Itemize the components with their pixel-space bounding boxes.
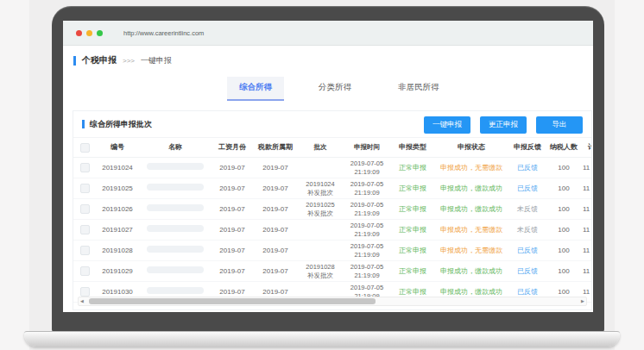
cell-status: 申报成功，缴款成功: [434, 205, 508, 214]
breadcrumb-section: 个税申报: [82, 54, 117, 66]
header-select-all: [73, 143, 96, 153]
cell-status: 申报成功，缴款成功: [434, 184, 508, 193]
row-checkbox[interactable]: [80, 287, 90, 297]
cell-name: [139, 204, 212, 214]
table-row[interactable]: 201910292019-072019-0720191028补发批次2019-0…: [73, 261, 591, 282]
cell-feedback: 已反馈: [508, 288, 546, 297]
row-select-cell: [73, 246, 96, 255]
cell-taxpayers: 100: [546, 184, 581, 193]
row-select-cell: [73, 204, 96, 214]
cell-tax-period: 2019-07: [253, 164, 298, 172]
tab-2[interactable]: 分类所得: [306, 77, 363, 101]
cell-time: 2019-07-0521:19:09: [343, 180, 391, 197]
batch-panel: 综合所得申报批次 一键申报更正申报导出 编号名称工资月份税款所属期批次申报时间申…: [73, 110, 592, 310]
cell-id: 20191025: [96, 184, 139, 193]
column-header-1: 编号: [96, 143, 139, 152]
scroll-left-arrow[interactable]: ◀: [79, 297, 85, 305]
action-button-3[interactable]: 导出: [536, 116, 583, 134]
row-checkbox[interactable]: [80, 246, 90, 255]
cell-type: 正常申报: [391, 164, 434, 172]
row-checkbox[interactable]: [80, 266, 90, 276]
column-header-10: 纳税人数: [546, 143, 581, 152]
background-stripe-right: [615, 0, 644, 350]
column-header-2: 名称: [139, 143, 212, 152]
laptop-screen: http://www.careerintlinc.com 个税申报 >>> 一键…: [63, 21, 593, 312]
table-row[interactable]: 201910272019-072019-072019-07-0521:19:09…: [73, 220, 591, 241]
close-window-icon[interactable]: [76, 30, 82, 36]
cell-salary-month: 2019-07: [212, 184, 253, 193]
table-row[interactable]: 201910242019-072019-072019-07-0521:19:09…: [73, 158, 591, 178]
row-checkbox[interactable]: [80, 204, 90, 214]
select-all-checkbox[interactable]: [80, 143, 90, 153]
cell-feedback: 已反馈: [508, 247, 546, 255]
table-row[interactable]: 201910252019-072019-0720191024补发批次2019-0…: [73, 178, 591, 199]
cell-salary-month: 2019-07: [212, 205, 253, 214]
cell-tax-period: 2019-07: [253, 247, 298, 255]
cell-tax-period: 2019-07: [253, 267, 298, 276]
address-bar[interactable]: http://www.careerintlinc.com: [123, 29, 204, 37]
cell-clipped: 11: [581, 288, 591, 297]
table: 编号名称工资月份税款所属期批次申报时间申报类型申报状态申报反馈纳税人数计 201…: [73, 138, 591, 303]
table-row[interactable]: 201910262019-072019-0720191025补发批次2019-0…: [73, 199, 591, 220]
cell-taxpayers: 100: [546, 247, 581, 255]
column-header-clipped: 计: [581, 143, 591, 152]
action-button-1[interactable]: 一键申报: [424, 116, 470, 134]
cell-type: 正常申报: [391, 184, 434, 193]
horizontal-scrollbar: ◀ ▶: [78, 297, 587, 306]
cell-time: 2019-07-0521:19:09: [343, 159, 391, 176]
cell-status: 申报成功，无需缴款: [434, 164, 508, 172]
cell-feedback: 未反馈: [508, 205, 546, 214]
cell-taxpayers: 100: [546, 205, 581, 214]
row-select-cell: [73, 184, 96, 193]
cell-batch: 20191025补发批次: [298, 201, 343, 217]
panel-title-marker: [82, 120, 85, 128]
panel-title: 综合所得申报批次: [90, 119, 152, 130]
cell-feedback: 已反馈: [508, 164, 546, 172]
cell-taxpayers: 100: [546, 226, 581, 234]
cell-clipped: 11: [581, 164, 591, 172]
tab-3[interactable]: 非居民所得: [386, 77, 451, 101]
column-header-6: 申报时间: [343, 143, 391, 151]
cell-status: 申报成功，缴款成功: [434, 267, 508, 276]
cell-tax-period: 2019-07: [253, 226, 298, 234]
tab-1[interactable]: 综合所得: [227, 77, 284, 101]
column-header-9: 申报反馈: [508, 143, 546, 152]
minimize-window-icon[interactable]: [86, 30, 92, 36]
scrollbar-thumb[interactable]: [89, 298, 376, 304]
table-header-row: 编号名称工资月份税款所属期批次申报时间申报类型申报状态申报反馈纳税人数计: [73, 138, 591, 158]
cell-type: 正常申报: [391, 288, 434, 297]
cell-name: [139, 225, 212, 234]
panel-header: 综合所得申报批次 一键申报更正申报导出: [73, 111, 591, 138]
action-button-2[interactable]: 更正申报: [480, 116, 527, 134]
redacted-name-bar: [147, 163, 204, 170]
cell-clipped: 11: [581, 184, 591, 193]
redacted-name-bar: [147, 246, 204, 253]
row-checkbox[interactable]: [80, 163, 90, 172]
scroll-right-arrow[interactable]: ▶: [579, 297, 586, 305]
row-checkbox[interactable]: [80, 225, 90, 234]
redacted-name-bar: [147, 266, 204, 273]
cell-name: [139, 246, 212, 255]
cell-salary-month: 2019-07: [212, 164, 253, 172]
column-header-3: 工资月份: [212, 143, 253, 152]
breadcrumb-page: 一键申报: [141, 55, 172, 66]
cell-name: [139, 287, 212, 297]
cell-tax-period: 2019-07: [253, 184, 298, 193]
cell-id: 20191027: [96, 226, 139, 234]
column-header-4: 税款所属期: [253, 143, 298, 152]
browser-chrome: http://www.careerintlinc.com: [63, 21, 593, 46]
cell-salary-month: 2019-07: [212, 247, 253, 255]
maximize-window-icon[interactable]: [97, 30, 103, 36]
table-row[interactable]: 201910282019-072019-072019-07-0521:19:09…: [73, 241, 591, 261]
redacted-name-bar: [147, 225, 204, 232]
scrollbar-track[interactable]: [85, 297, 579, 305]
row-select-cell: [73, 287, 96, 297]
row-checkbox[interactable]: [80, 184, 90, 193]
cell-feedback: 已反馈: [508, 184, 546, 193]
column-header-7: 申报类型: [391, 143, 434, 152]
cell-feedback: 未反馈: [508, 226, 546, 234]
row-select-cell: [73, 225, 96, 234]
cell-id: 20191028: [96, 247, 139, 255]
laptop-base: [24, 331, 620, 347]
cell-type: 正常申报: [391, 226, 434, 234]
